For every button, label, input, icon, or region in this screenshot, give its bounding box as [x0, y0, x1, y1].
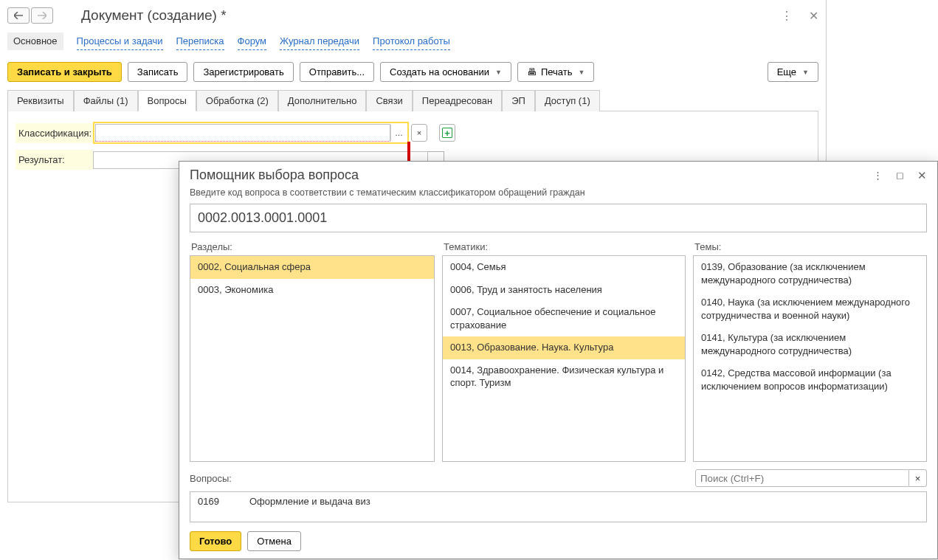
subtab-access[interactable]: Доступ (1): [535, 90, 600, 111]
questions-label: Вопросы:: [190, 473, 232, 484]
dialog-maximize-icon[interactable]: ◻: [896, 170, 904, 181]
tab-forum[interactable]: Форум: [238, 32, 267, 50]
subtab-additional[interactable]: Дополнительно: [278, 90, 367, 111]
subtab-ep[interactable]: ЭП: [502, 90, 535, 111]
table-row[interactable]: 0169 Оформление и выдача виз: [190, 492, 926, 511]
question-code: 0169: [198, 496, 249, 507]
list-item[interactable]: 0003, Экономика: [190, 279, 434, 302]
send-button[interactable]: Отправить...: [300, 62, 374, 82]
dialog-hint: Введите код вопроса в соответствии с тем…: [179, 186, 937, 204]
tab-processes[interactable]: Процессы и задачи: [77, 32, 163, 50]
search-clear-button[interactable]: ×: [909, 469, 927, 487]
subtab-files[interactable]: Файлы (1): [74, 90, 138, 111]
register-button[interactable]: Зарегистрировать: [193, 62, 293, 82]
create-based-button[interactable]: Создать на основании▼: [380, 62, 511, 82]
question-text: Оформление и выдача виз: [249, 496, 370, 507]
topics-list[interactable]: 0004, Семья 0006, Труд и занятость насел…: [442, 255, 686, 462]
topics-label: Тематики:: [442, 240, 686, 255]
done-button[interactable]: Готово: [190, 531, 241, 551]
list-item[interactable]: 0141, Культура (за исключением междунаро…: [694, 327, 926, 362]
save-button[interactable]: Записать: [128, 62, 188, 82]
subtab-processing[interactable]: Обработка (2): [196, 90, 278, 111]
print-button[interactable]: Печать▼: [517, 62, 595, 82]
subtab-forwarded[interactable]: Переадресован: [413, 90, 502, 111]
tab-main[interactable]: Основное: [7, 32, 63, 50]
list-item[interactable]: 0006, Труд и занятость населения: [443, 279, 685, 302]
window-menu-icon[interactable]: ⋮: [781, 9, 793, 23]
window-title: Документ (создание) *: [81, 7, 227, 24]
classification-picker-button[interactable]: …: [390, 125, 407, 141]
more-button[interactable]: Еще▼: [768, 62, 818, 82]
window-close-icon[interactable]: ✕: [809, 9, 818, 23]
search-input[interactable]: [695, 469, 909, 487]
questions-list[interactable]: 0169 Оформление и выдача виз: [190, 491, 927, 522]
classification-clear-button[interactable]: ×: [411, 124, 427, 142]
nav-tabs: Основное Процессы и задачи Переписка Фор…: [7, 30, 818, 58]
subtab-questions[interactable]: Вопросы: [138, 90, 196, 111]
themes-label: Темы:: [693, 240, 927, 255]
list-item[interactable]: 0007, Социальное обеспечение и социально…: [443, 301, 685, 336]
sections-label: Разделы:: [190, 240, 435, 255]
dialog-title: Помощник выбора вопроса: [190, 167, 359, 183]
printer-icon: [527, 66, 537, 77]
nav-back-button[interactable]: [7, 7, 30, 24]
themes-list[interactable]: 0139, Образование (за исключением междун…: [693, 255, 927, 462]
tab-protocol[interactable]: Протокол работы: [373, 32, 450, 50]
subtab-requisites[interactable]: Реквизиты: [7, 90, 74, 111]
result-label: Результат:: [15, 150, 93, 170]
classification-add-button[interactable]: +: [439, 124, 455, 142]
code-input[interactable]: 0002.0013.0001.0001: [190, 204, 927, 232]
save-close-button[interactable]: Записать и закрыть: [7, 62, 122, 82]
dialog-menu-icon[interactable]: ⋮: [873, 170, 883, 181]
classification-input[interactable]: [95, 124, 390, 142]
nav-forward-button[interactable]: [31, 7, 53, 24]
list-item[interactable]: 0142, Средства массовой информации (за и…: [694, 362, 926, 398]
subtab-links[interactable]: Связи: [366, 90, 412, 111]
tab-correspondence[interactable]: Переписка: [176, 32, 224, 50]
list-item[interactable]: 0139, Образование (за исключением междун…: [694, 256, 926, 291]
sections-list[interactable]: 0002, Социальная сфера 0003, Экономика: [190, 255, 435, 462]
helper-dialog: Помощник выбора вопроса ⋮ ◻ ✕ Введите ко…: [179, 161, 938, 559]
classification-label: Классификация:: [15, 123, 93, 143]
list-item[interactable]: 0013, Образование. Наука. Культура: [443, 336, 685, 359]
list-item[interactable]: 0014, Здравоохранение. Физическая культу…: [443, 359, 685, 395]
cancel-button[interactable]: Отмена: [247, 531, 301, 551]
toolbar: Записать и закрыть Записать Зарегистриро…: [7, 58, 818, 89]
list-item[interactable]: 0140, Наука (за исключением международно…: [694, 291, 926, 327]
sub-tabs: Реквизиты Файлы (1) Вопросы Обработка (2…: [7, 89, 818, 111]
list-item[interactable]: 0002, Социальная сфера: [190, 256, 434, 279]
tab-journal[interactable]: Журнал передачи: [280, 32, 359, 50]
plus-icon: +: [444, 128, 450, 138]
list-item[interactable]: 0004, Семья: [443, 256, 685, 279]
dialog-close-icon[interactable]: ✕: [917, 169, 927, 182]
